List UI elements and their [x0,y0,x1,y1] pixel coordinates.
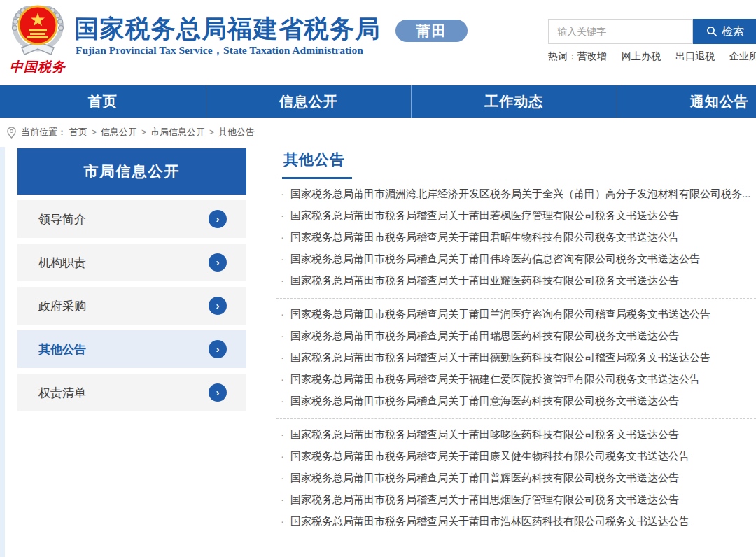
announcement-link[interactable]: 国家税务总局莆田市税务局稽查局关于莆田康又健生物科技有限公司税务文书送达公告 [290,445,690,467]
announcement-item[interactable]: ·国家税务总局莆田市税务局稽查局关于莆田伟玲医药信息咨询有限公司税务文书送达公告 [276,248,756,269]
search-input[interactable] [548,19,693,44]
announcement-item[interactable]: ·国家税务总局莆田市税务局稽查局关于莆田亚耀医药科技有限公司税务文书送达公告 [276,269,756,291]
announcement-item[interactable]: ·国家税务总局莆田市税务局稽查局关于莆田康又健生物科技有限公司税务文书送达公告 [276,445,756,467]
announcement-link[interactable]: 国家税务总局莆田市税务局稽查局关于莆田君昭生物科技有限公司税务文书送达公告 [290,226,679,248]
logo-caption: 中国税务 [6,60,70,73]
nav-item-info-disclosure[interactable]: 信息公开 [206,85,412,118]
bullet-icon: · [281,303,284,325]
sidebar-item-other-notices[interactable]: 其他公告 › [18,330,246,368]
bullet-icon: · [281,445,284,467]
sidebar: 市局信息公开 领导简介 › 机构职责 › 政府采购 › 其他公告 › [18,148,246,539]
location-pin-icon [7,127,16,139]
chevron-right-icon[interactable]: › [209,297,227,315]
announcement-group: ·国家税务总局莆田市税务局稽查局关于莆田哆哆医药科技有限公司税务文书送达公告 ·… [276,418,756,539]
announcement-link[interactable]: 国家税务总局莆田市税务局稽查局关于莆田亚耀医药科技有限公司税务文书送达公告 [290,269,679,291]
breadcrumb-separator: > [209,127,214,137]
announcement-link[interactable]: 国家税务总局莆田市湄洲湾北岸经济开发区税务局关于全兴（莆田）高分子发泡材料有限公… [290,183,751,204]
bullet-icon: · [281,488,284,510]
content-area: 市局信息公开 领导简介 › 机构职责 › 政府采购 › 其他公告 › [18,148,756,539]
bullet-icon: · [281,390,284,411]
hotwords-label: 热词： [548,50,578,62]
search-icon [706,26,718,37]
site-subtitle-english: Fujian Provincial Tax Service，State Taxa… [76,43,363,58]
sidebar-item-label: 其他公告 [38,341,86,358]
announcement-item[interactable]: ·国家税务总局莆田市税务局稽查局关于莆田君昭生物科技有限公司税务文书送达公告 [276,226,756,248]
announcement-item[interactable]: ·国家税务总局莆田市税务局稽查局关于福建仁爱医院投资管理有限公司税务文书送达公告 [276,368,756,390]
hotword-link[interactable]: 网上办税 [622,50,661,62]
announcement-link[interactable]: 国家税务总局莆田市税务局稽查局关于福建仁爱医院投资管理有限公司税务文书送达公告 [290,368,700,390]
nav-item-home[interactable]: 首页 [0,85,206,118]
announcement-item[interactable]: ·国家税务总局莆田市湄洲湾北岸经济开发区税务局关于全兴（莆田）高分子发泡材料有限… [276,183,756,204]
bullet-icon: · [281,346,284,368]
nav-item-notices[interactable]: 通知公告 [617,85,756,118]
sidebar-item-leadership[interactable]: 领导简介 › [18,200,246,238]
announcement-link[interactable]: 国家税务总局莆田市税务局稽查局关于莆田哆哆医药科技有限公司税务文书送达公告 [290,423,679,445]
announcement-item[interactable]: ·国家税务总局莆田市税务局稽查局关于莆田意海医药科技有限公司税务文书送达公告 [276,390,756,411]
announcement-item[interactable]: ·国家税务总局莆田市税务局稽查局关于莆田思烟医疗管理有限公司税务文书送达公告 [276,488,756,510]
breadcrumb-other-notices[interactable]: 其他公告 [218,126,255,139]
announcement-link[interactable]: 国家税务总局莆田市税务局稽查局关于莆田兰润医疗咨询有限公司稽查局税务文书送达公告 [290,303,710,325]
sidebar-item-label: 权责清单 [38,385,86,401]
bullet-icon: · [281,368,284,390]
announcement-group: ·国家税务总局莆田市税务局稽查局关于莆田兰润医疗咨询有限公司稽查局税务文书送达公… [276,298,756,418]
hotword-link[interactable]: 营改增 [578,50,607,62]
announcement-group: ·国家税务总局莆田市湄洲湾北岸经济开发区税务局关于全兴（莆田）高分子发泡材料有限… [276,178,756,298]
sidebar-item-label: 领导简介 [38,211,86,227]
breadcrumb-separator: > [141,127,146,137]
main-column: 其他公告 ·国家税务总局莆田市湄洲湾北岸经济开发区税务局关于全兴（莆田）高分子发… [276,148,756,539]
bullet-icon: · [281,248,284,269]
hotword-link[interactable]: 出口退税 [676,50,715,62]
announcement-item[interactable]: ·国家税务总局莆田市税务局稽查局关于莆田普辉医药科技有限公司税务文书送达公告 [276,467,756,488]
announcement-link[interactable]: 国家税务总局莆田市税务局稽查局关于莆田瑞思医药科技有限公司税务文书送达公告 [290,325,679,346]
sidebar-item-responsibility-list[interactable]: 权责清单 › [18,374,246,411]
announcement-link[interactable]: 国家税务总局莆田市税务局稽查局关于莆田市浩林医药科技有限公司税务文书送达公告 [290,510,690,532]
announcement-link[interactable]: 国家税务总局莆田市税务局稽查局关于莆田意海医药科技有限公司税务文书送达公告 [290,390,679,411]
search-button-label: 检索 [722,24,744,39]
bullet-icon: · [281,325,284,346]
announcement-link[interactable]: 国家税务总局莆田市税务局稽查局关于莆田德勤医药科技有限公司稽查局税务文书送达公告 [290,346,710,368]
sidebar-item-duties[interactable]: 机构职责 › [18,244,246,281]
region-badge[interactable]: 莆田 [396,20,468,42]
chevron-right-icon[interactable]: › [209,210,227,228]
announcement-link[interactable]: 国家税务总局莆田市税务局稽查局关于莆田伟玲医药信息咨询有限公司税务文书送达公告 [290,248,700,269]
bullet-icon: · [281,510,284,532]
section-title-bar: 其他公告 [276,148,756,178]
breadcrumb-info-disclosure[interactable]: 信息公开 [101,126,137,139]
announcement-link[interactable]: 国家税务总局莆田市税务局稽查局关于莆田普辉医药科技有限公司税务文书送达公告 [290,467,679,488]
breadcrumb: 当前位置： 首页 > 信息公开 > 市局信息公开 > 其他公告 [0,118,756,147]
breadcrumb-city-info[interactable]: 市局信息公开 [150,126,205,139]
chevron-right-icon[interactable]: › [209,340,227,358]
sidebar-title: 市局信息公开 [18,148,246,195]
sidebar-item-procurement[interactable]: 政府采购 › [18,287,246,325]
chevron-right-icon[interactable]: › [209,383,227,402]
sidebar-menu: 领导简介 › 机构职责 › 政府采购 › 其他公告 › 权责清单 › [18,200,246,411]
bullet-icon: · [281,423,284,445]
announcement-item[interactable]: ·国家税务总局莆田市税务局稽查局关于莆田若枫医疗管理有限公司税务文书送达公告 [276,204,756,226]
chevron-right-icon[interactable]: › [209,253,227,272]
hotwords-row: 热词：营改增网上办税出口退税企业所得税 [548,50,756,63]
section-title: 其他公告 [282,148,352,179]
bullet-icon: · [281,467,284,488]
site-logo: 中国税务 [6,4,70,76]
announcement-item[interactable]: ·国家税务总局莆田市税务局稽查局关于莆田兰润医疗咨询有限公司稽查局税务文书送达公… [276,303,756,325]
breadcrumb-separator: > [92,127,97,137]
breadcrumb-home[interactable]: 首页 [69,126,88,139]
bullet-icon: · [281,269,284,291]
search-box: 检索 [548,19,756,44]
site-title: 国家税务总局福建省税务局 [74,13,381,45]
announcement-item[interactable]: ·国家税务总局莆田市税务局稽查局关于莆田市浩林医药科技有限公司税务文书送达公告 [276,510,756,532]
announcement-link[interactable]: 国家税务总局莆田市税务局稽查局关于莆田思烟医疗管理有限公司税务文书送达公告 [290,488,679,510]
bullet-icon: · [281,226,284,248]
search-button[interactable]: 检索 [693,19,756,44]
breadcrumb-label: 当前位置： [21,126,66,139]
nav-item-work-news[interactable]: 工作动态 [411,85,617,118]
announcement-item[interactable]: ·国家税务总局莆田市税务局稽查局关于莆田德勤医药科技有限公司稽查局税务文书送达公… [276,346,756,368]
page: 中国税务 国家税务总局福建省税务局 Fujian Provincial Tax … [0,0,756,557]
sidebar-item-label: 机构职责 [38,255,86,271]
hotword-link[interactable]: 企业所得税 [729,50,756,62]
page-left-background-strip [0,147,5,557]
announcement-link[interactable]: 国家税务总局莆田市税务局稽查局关于莆田若枫医疗管理有限公司税务文书送达公告 [290,204,679,226]
announcement-item[interactable]: ·国家税务总局莆田市税务局稽查局关于莆田瑞思医药科技有限公司税务文书送达公告 [276,325,756,346]
main-nav: 首页 信息公开 工作动态 通知公告 [0,85,756,118]
announcement-item[interactable]: ·国家税务总局莆田市税务局稽查局关于莆田哆哆医药科技有限公司税务文书送达公告 [276,423,756,445]
